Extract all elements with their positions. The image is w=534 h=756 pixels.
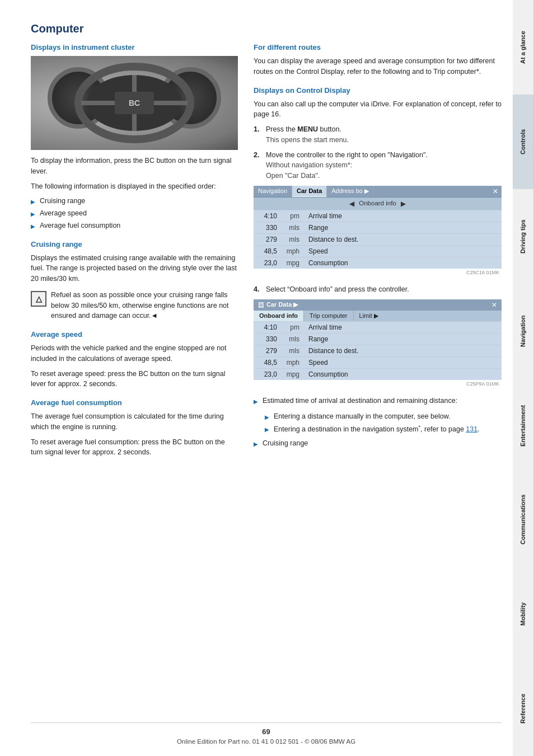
list-item: ▶ Average fuel consumption [31,220,238,231]
step-2: 2. Move the controller to the right to o… [254,150,502,181]
avg-speed-para1: Periods with the vehicle parked and the … [31,343,238,364]
cell-unit: mph [282,357,304,368]
tab-trip-computer[interactable]: Trip computer [304,311,353,321]
car-data-tabs-row: Onboard info Trip computer Limit ▶ [254,311,502,321]
nav-table-1-body: ◀ Onboard info ▶ 4:10 pm Arrival time 33… [254,198,502,269]
list-item: ▶ Average speed [31,208,238,219]
cell-num: 4:10 [254,322,282,333]
car-data-row: 330 mls Range [254,333,502,345]
list-item: ▶ Cruising range [254,438,502,449]
car-data-row: 48,5 mph Speed [254,356,502,368]
avg-speed-para2: To reset average speed: press the BC but… [31,369,238,390]
cell-label: Consumption [304,257,502,269]
cell-num: 48,5 [254,357,282,368]
link-131[interactable]: 131 [466,425,477,433]
tab-driving-tips[interactable]: Driving tips [513,189,534,284]
cell-unit: mpg [282,369,304,380]
nav-row: 23,0 mpg Consumption [254,257,502,269]
page-title: Computer [31,22,502,35]
step-content: Select “Onboard info” and press the cont… [266,284,502,295]
sub-bullet-icon: ▶ [265,425,269,434]
list-item: ▶ Cruising range [31,196,238,206]
tab-onboard-info[interactable]: Onboard info [254,311,304,321]
cell-num: 48,5 [254,246,282,257]
tab-controls[interactable]: Controls [513,95,534,189]
para1-text: To display the information, press the BC… [31,156,238,177]
step-num: 2. [254,150,263,161]
car-data-body: Onboard info Trip computer Limit ▶ 4:10 … [254,311,502,380]
cruising-para1: Displays the estimated cruising range av… [31,253,238,284]
cell-label: Consumption [304,369,502,380]
cell-label: Arrival time [304,210,502,222]
menu-bold: MENU [297,125,318,133]
cell-unit: mls [282,334,304,345]
bullet-icon: ▶ [31,198,35,206]
step-content: Press the MENU button. This opens the st… [266,124,502,145]
nav-tab-cardata[interactable]: Car Data [292,186,327,197]
bullet-text: Estimated time of arrival at destination… [263,396,457,406]
sub-bullet-list: ▶ Entering a distance manually in the co… [265,411,502,435]
cell-unit: mls [282,345,304,356]
section-avg-fuel: Average fuel consumption [31,398,238,407]
warning-icon: △ [31,291,46,307]
list-item: ▶ Estimated time of arrival at destinati… [254,396,502,406]
bullet-list: ▶ Cruising range ▶ Average speed ▶ Avera… [31,196,238,231]
avg-fuel-para1: The average fuel consumption is calculat… [31,411,238,433]
section-cruising-range: Cruising range [31,240,238,248]
nav-tab-navigation[interactable]: Navigation [254,186,292,197]
left-column: Displays in instrument cluster BC [31,43,238,706]
car-data-label: Car Data ▶ [266,301,298,308]
car-data-header: 🖼 Car Data ▶ ✕ [254,299,502,311]
avg-fuel-para2: To reset average fuel consumption: press… [31,437,238,458]
step-content: Move the controller to the right to open… [266,150,502,181]
sub-bullet-text: Entering a distance manually in the comp… [274,411,450,422]
tab-communications[interactable]: Communications [513,472,534,567]
sub-list-item: ▶ Entering a destination in the navigati… [265,424,502,435]
right-column: For different routes You can display the… [254,43,502,706]
bullet-icon: ▶ [31,222,35,231]
tab-reference[interactable]: Reference [513,661,534,756]
tab-mobility[interactable]: Mobility [513,567,534,661]
cell-unit: pm [282,322,304,333]
warning-box: △ Refuel as soon as possible once your c… [31,290,238,321]
tab-at-a-glance[interactable]: At a glance [513,0,534,95]
tab-limit[interactable]: Limit ▶ [354,311,384,321]
main-content: Computer Displays in instrument cluster … [0,0,513,756]
car-data-row: 23,0 mpg Consumption [254,368,502,380]
step-4-list: 4. Select “Onboard info” and press the c… [254,284,502,295]
nav-row: 279 mls Distance to dest. [254,233,502,245]
car-data-row: 4:10 pm Arrival time [254,321,502,333]
steps-list: 1. Press the MENU button. This opens the… [254,124,502,181]
nav-close-icon[interactable]: ✕ [489,186,502,197]
cell-unit: mph [282,246,304,257]
cell-num: 4:10 [254,210,282,222]
tab-entertainment[interactable]: Entertainment [513,378,534,473]
tab-navigation[interactable]: Navigation [513,284,534,378]
bullet-icon: ▶ [31,210,35,218]
cell-unit: mls [282,234,304,245]
cell-label: Distance to dest. [304,345,502,356]
section-different-routes: For different routes [254,43,502,51]
cell-label: Range [304,222,502,233]
car-data-close[interactable]: ✕ [491,301,497,309]
step-sub: Without navigation system*:Open "Car Dat… [266,160,502,181]
image-note-2: C25P9A 01MK [254,380,502,388]
cell-num: 279 [254,345,282,356]
cell-unit: mls [282,222,304,233]
nav-tab-addressbook[interactable]: Address bo ▶ [327,186,374,197]
cruising-range-bullet: ▶ Cruising range [254,438,502,449]
displays-para: You can also call up the computer via iD… [254,99,502,120]
car-data-icon: 🖼 [258,302,264,308]
car-data-table-wrapper: 🖼 Car Data ▶ ✕ Onboard info Trip compute… [254,299,502,388]
step-num: 1. [254,124,263,135]
step-num: 4. [254,284,263,295]
sub-bullet-icon: ▶ [265,413,269,421]
final-bullets: ▶ Estimated time of arrival at destinati… [254,396,502,406]
page-footer: 69 Online Edition for Part no. 01 41 0 0… [31,722,502,745]
side-tabs: At a glance Controls Driving tips Naviga… [513,0,534,756]
page-number: 69 [31,727,502,736]
cell-label: Arrival time [304,322,502,333]
cell-num: 23,0 [254,369,282,380]
for-diff-para: You can display the average speed and av… [254,56,502,77]
sub-list-item: ▶ Entering a distance manually in the co… [265,411,502,422]
